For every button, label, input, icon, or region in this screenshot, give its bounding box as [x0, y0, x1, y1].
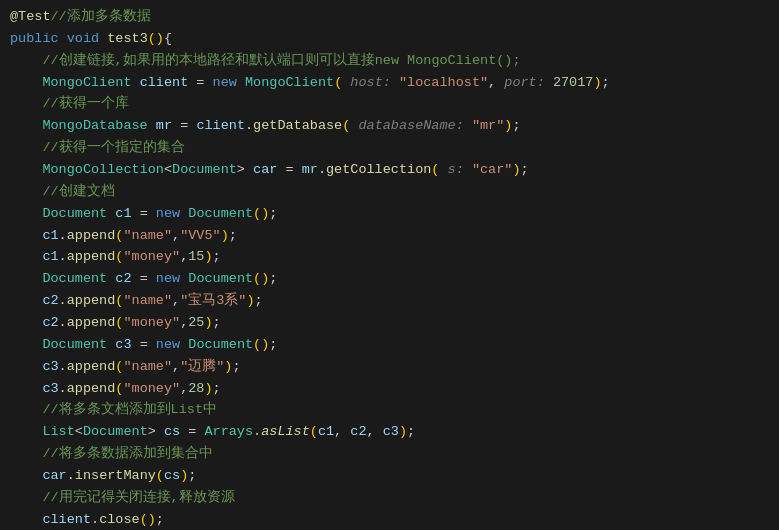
line-4: MongoClient client = new MongoClient( ho…: [10, 72, 769, 94]
line-9: //创建文档: [10, 181, 769, 203]
line-1: @Test//添加多条数据: [10, 6, 769, 28]
line-6: MongoDatabase mr = client.getDatabase( d…: [10, 115, 769, 137]
line-13: Document c2 = new Document();: [10, 268, 769, 290]
line-20: List<Document> cs = Arrays.asList(c1, c2…: [10, 421, 769, 443]
line-18: c3.append("money",28);: [10, 378, 769, 400]
line-23: //用完记得关闭连接,释放资源: [10, 487, 769, 509]
line-14: c2.append("name","宝马3系");: [10, 290, 769, 312]
line-19: //将多条文档添加到List中: [10, 399, 769, 421]
line-8: MongoCollection<Document> car = mr.getCo…: [10, 159, 769, 181]
line-7: //获得一个指定的集合: [10, 137, 769, 159]
line-3: //创建链接,如果用的本地路径和默认端口则可以直接new MongoClient…: [10, 50, 769, 72]
line-11: c1.append("name","VV5");: [10, 225, 769, 247]
line-22: car.insertMany(cs);: [10, 465, 769, 487]
line-12: c1.append("money",15);: [10, 246, 769, 268]
line-16: Document c3 = new Document();: [10, 334, 769, 356]
line-24: client.close();: [10, 509, 769, 530]
line-10: Document c1 = new Document();: [10, 203, 769, 225]
line-15: c2.append("money",25);: [10, 312, 769, 334]
line-2: public void test3(){: [10, 28, 769, 50]
line-21: //将多条数据添加到集合中: [10, 443, 769, 465]
code-container: @Test//添加多条数据 public void test3(){ //创建链…: [0, 0, 779, 530]
line-5: //获得一个库: [10, 93, 769, 115]
line-17: c3.append("name","迈腾");: [10, 356, 769, 378]
